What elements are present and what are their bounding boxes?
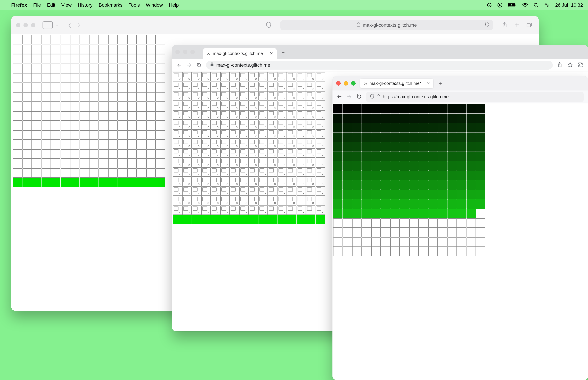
canvas-cell-lost [220,139,230,148]
menu-bookmarks[interactable]: Bookmarks [99,2,122,8]
share-icon[interactable] [557,62,562,68]
canvas-cell [99,45,108,54]
canvas-cell [182,215,191,224]
canvas-cell [89,83,98,92]
canvas-cell [371,142,380,152]
chrome-tab-active[interactable]: ∞ max-gl-contexts.glitch.me ✕ [203,48,277,59]
extensions-icon[interactable] [578,62,583,68]
svg-marker-2 [499,4,501,6]
traffic-minimize[interactable] [183,50,187,54]
traffic-maximize[interactable] [351,81,356,86]
canvas-cell [457,199,466,209]
share-icon[interactable] [502,22,507,29]
canvas-cell [89,168,98,178]
chrome-url: max-gl-contexts.glitch.me [216,62,270,68]
firefox-urlbar[interactable]: https://max-gl-contexts.glitch.me [366,92,584,102]
canvas-cell [127,54,137,63]
canvas-cell-lost [201,139,211,148]
tab-overview-icon[interactable] [526,22,532,28]
canvas-cell-lost [211,91,220,100]
tracking-protection-icon[interactable] [370,94,374,100]
canvas-cell [13,140,22,149]
control-center-icon[interactable] [544,3,550,7]
lock-icon[interactable] [377,94,380,100]
menu-edit[interactable]: Edit [47,2,55,8]
canvas-cell-lost [258,72,268,81]
canvas-cell-lost [297,158,306,167]
traffic-close[interactable] [16,23,20,27]
svg-point-6 [525,6,526,7]
canvas-cell [51,83,60,92]
traffic-minimize[interactable] [23,23,28,27]
privacy-shield-icon[interactable] [266,22,271,29]
google-g-icon[interactable] [487,2,492,8]
canvas-cell [400,199,409,209]
traffic-close[interactable] [336,81,341,86]
chrome-new-tab-button[interactable]: ＋ [281,49,286,56]
traffic-minimize[interactable] [344,81,348,86]
wifi-icon[interactable] [522,3,528,7]
canvas-cell [343,114,352,123]
canvas-cell [108,35,117,44]
traffic-maximize[interactable] [190,50,195,54]
menu-view[interactable]: View [61,2,72,8]
canvas-cell [89,102,98,111]
canvas-cell [390,123,400,133]
canvas-cell [352,237,361,247]
traffic-close[interactable] [175,50,180,54]
canvas-cell [118,54,127,63]
new-tab-icon[interactable] [514,22,520,28]
forward-icon[interactable] [347,94,352,100]
canvas-cell [371,114,380,123]
safari-address-bar[interactable]: max-gl-contexts.glitch.me [280,20,493,30]
chevron-down-icon[interactable]: ⌄ [56,23,58,27]
chrome-omnibox[interactable]: max-gl-contexts.glitch.me [206,61,553,70]
canvas-cell [127,102,137,111]
canvas-cell [381,190,390,199]
canvas-cell-lost [278,177,287,186]
firefox-tab-active[interactable]: ∞ max-gl-contexts.glitch.me/ ✕ [360,78,433,88]
safari-sidebar-button[interactable] [42,21,53,29]
canvas-cell [476,171,485,180]
menu-tools[interactable]: Tools [129,2,140,8]
menu-help[interactable]: Help [169,2,179,8]
canvas-cell [118,178,127,187]
bookmark-star-icon[interactable] [568,62,573,68]
canvas-cell [70,111,79,121]
canvas-cell [400,142,409,152]
back-icon[interactable] [337,94,342,100]
canvas-cell [80,178,89,187]
canvas-cell [156,64,165,73]
canvas-cell-lost [211,120,220,129]
reload-icon[interactable] [196,63,202,68]
canvas-cell-lost [306,129,315,139]
canvas-cell-lost [192,167,201,177]
menubar-app-name[interactable]: Firefox [11,2,27,8]
now-playing-icon[interactable] [497,2,502,8]
canvas-cell [118,83,127,92]
battery-icon[interactable] [508,3,517,7]
menu-window[interactable]: Window [146,2,163,8]
canvas-cell-lost [230,101,239,110]
tab-close-icon[interactable]: ✕ [427,81,430,86]
tab-close-icon[interactable]: ✕ [270,51,273,56]
canvas-cell-lost [230,110,239,120]
menu-file[interactable]: File [33,2,41,8]
firefox-new-tab-button[interactable]: ＋ [438,80,443,87]
back-icon[interactable] [68,22,72,28]
canvas-cell-lost [306,158,315,167]
forward-icon[interactable] [76,22,81,28]
reload-icon[interactable] [357,94,362,100]
back-icon[interactable] [177,63,182,68]
traffic-maximize[interactable] [31,23,35,27]
canvas-cell [476,199,485,209]
menubar-clock[interactable]: 26 Jul 10:32 [555,2,583,8]
canvas-cell [99,54,108,63]
spotlight-icon[interactable] [533,2,538,8]
forward-icon[interactable] [187,63,192,68]
menu-history[interactable]: History [78,2,93,8]
canvas-cell [99,178,108,187]
canvas-cell-lost [287,177,296,186]
reload-icon[interactable] [485,22,490,28]
canvas-cell [457,123,466,133]
